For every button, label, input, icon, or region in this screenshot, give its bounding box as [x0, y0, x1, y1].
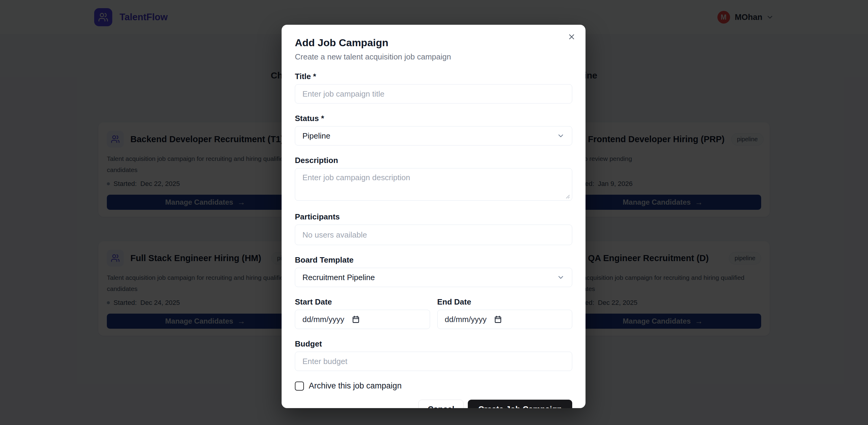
end-date-label: End Date	[437, 297, 572, 307]
end-date-value: dd/mm/yyyy	[445, 315, 487, 324]
board-template-select[interactable]: Recruitment Pipeline	[295, 268, 572, 287]
chevron-down-icon	[557, 273, 565, 281]
board-template-label: Board Template	[295, 255, 572, 265]
board-template-value: Recruitment Pipeline	[302, 273, 375, 282]
calendar-icon[interactable]	[494, 315, 502, 324]
status-select-value: Pipeline	[302, 131, 331, 141]
participants-box[interactable]: No users available	[295, 224, 572, 245]
budget-label: Budget	[295, 339, 572, 348]
archive-checkbox-label: Archive this job campaign	[309, 381, 402, 391]
budget-input[interactable]	[295, 352, 572, 371]
description-textarea[interactable]	[295, 168, 572, 201]
cancel-button[interactable]: Cancel	[418, 400, 464, 408]
participants-label: Participants	[295, 212, 572, 221]
dialog-subtitle: Create a new talent acquisition job camp…	[295, 52, 572, 62]
chevron-down-icon	[557, 132, 565, 140]
resize-grip-icon[interactable]	[565, 194, 570, 199]
status-select[interactable]: Pipeline	[295, 126, 572, 146]
dialog-title: Add Job Campaign	[295, 37, 572, 49]
description-label: Description	[295, 156, 572, 165]
close-button[interactable]	[565, 30, 578, 43]
end-date-input[interactable]: dd/mm/yyyy	[437, 310, 572, 329]
title-label: Title *	[295, 72, 572, 81]
participants-empty-text: No users available	[302, 230, 367, 240]
start-date-label: Start Date	[295, 297, 430, 307]
create-job-campaign-button[interactable]: Create Job Campaign	[468, 400, 572, 408]
add-job-campaign-dialog: Add Job Campaign Create a new talent acq…	[282, 25, 586, 408]
calendar-icon[interactable]	[351, 315, 360, 324]
title-input[interactable]	[295, 84, 572, 103]
status-label: Status *	[295, 114, 572, 123]
close-icon	[567, 33, 576, 41]
start-date-input[interactable]: dd/mm/yyyy	[295, 310, 430, 329]
start-date-value: dd/mm/yyyy	[302, 315, 344, 324]
archive-checkbox[interactable]	[295, 382, 304, 391]
